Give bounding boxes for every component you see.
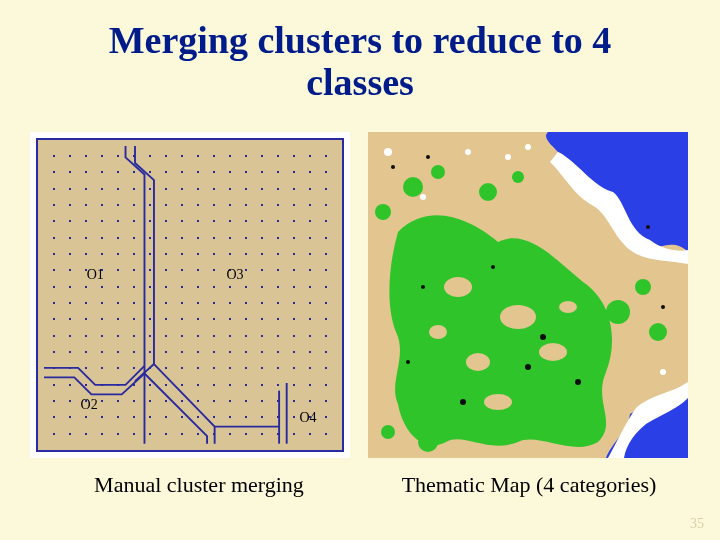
svg-point-1: [403, 177, 423, 197]
captions-row: Manual cluster merging Thematic Map (4 c…: [30, 472, 690, 498]
caption-right: Thematic Map (4 categories): [368, 472, 690, 498]
svg-point-33: [525, 144, 531, 150]
title-line-2: classes: [306, 61, 414, 103]
svg-point-5: [512, 171, 524, 183]
partition-canvas: O1 O2 O3 O4: [36, 138, 344, 452]
svg-point-26: [661, 305, 665, 309]
cluster-label-o1: O1: [87, 267, 104, 283]
svg-point-28: [391, 165, 395, 169]
svg-point-34: [420, 194, 426, 200]
cluster-label-o3: O3: [226, 267, 243, 283]
svg-point-14: [466, 353, 490, 371]
svg-point-16: [429, 325, 447, 339]
svg-point-27: [491, 265, 495, 269]
svg-point-2: [431, 165, 445, 179]
page-number: 35: [690, 516, 704, 532]
slide-title: Merging clusters to reduce to 4 classes: [0, 20, 720, 104]
figure-left: O1 O2 O3 O4: [30, 132, 350, 458]
thematic-map-svg: [368, 132, 688, 458]
svg-point-20: [525, 364, 531, 370]
svg-point-13: [500, 305, 536, 329]
figure-right: [368, 132, 688, 458]
svg-point-29: [426, 155, 430, 159]
svg-point-9: [418, 432, 438, 452]
svg-point-15: [539, 343, 567, 361]
caption-left: Manual cluster merging: [30, 472, 368, 498]
svg-point-25: [646, 225, 650, 229]
svg-point-12: [444, 277, 472, 297]
cluster-label-o4: O4: [299, 410, 316, 426]
svg-point-10: [381, 425, 395, 439]
svg-point-31: [465, 149, 471, 155]
svg-point-19: [540, 334, 546, 340]
svg-point-11: [559, 423, 577, 441]
svg-point-4: [479, 183, 497, 201]
title-line-1: Merging clusters to reduce to 4: [109, 19, 612, 61]
cluster-label-o2: O2: [81, 397, 98, 413]
svg-point-30: [384, 148, 392, 156]
svg-point-6: [606, 300, 630, 324]
svg-point-32: [505, 154, 511, 160]
svg-point-18: [484, 394, 512, 410]
slide: Merging clusters to reduce to 4 classes: [0, 0, 720, 540]
svg-point-21: [460, 399, 466, 405]
svg-point-22: [421, 285, 425, 289]
thematic-map: [368, 132, 688, 458]
svg-point-3: [375, 204, 391, 220]
svg-point-23: [575, 379, 581, 385]
svg-point-24: [406, 360, 410, 364]
svg-point-8: [649, 323, 667, 341]
svg-point-7: [635, 279, 651, 295]
svg-point-35: [660, 369, 666, 375]
figure-row: O1 O2 O3 O4: [30, 132, 690, 458]
svg-point-17: [559, 301, 577, 313]
